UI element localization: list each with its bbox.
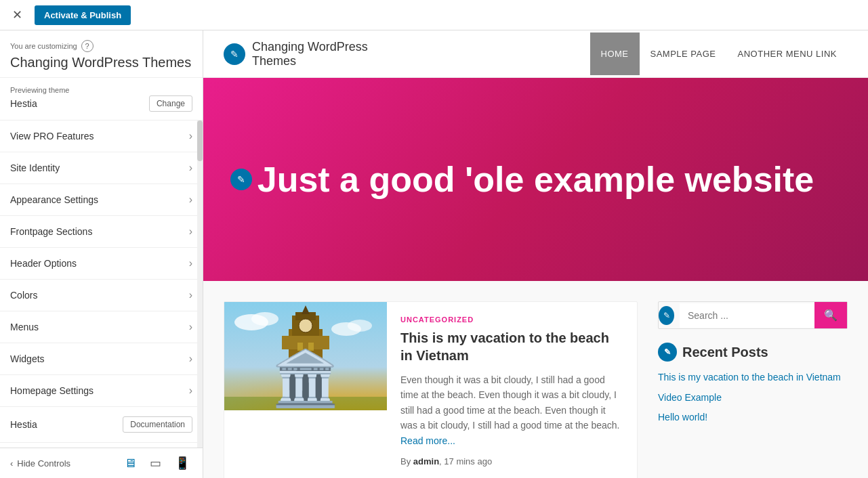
edit-logo-icon[interactable]: ✎ [224,43,245,65]
hero-edit-icon[interactable]: ✎ [230,169,252,190]
chevron-left-icon: ‹ [10,458,13,469]
hero-title: Just a good 'ole example website [257,159,814,200]
nav-menu: HOME SAMPLE PAGE ANOTHER MENU LINK [590,32,848,75]
svg-rect-9 [297,356,303,364]
site-name: Changing WordPress Themes [252,40,368,68]
menu-item-homepage-settings[interactable]: Homepage Settings› [0,375,203,407]
nav-sample-page[interactable]: SAMPLE PAGE [640,32,727,75]
menu-items-container: View PRO Features›Site Identity›Appearan… [0,121,203,407]
post-image [224,302,387,410]
svg-rect-8 [308,343,314,351]
recent-posts-title: Recent Posts [682,345,768,360]
post-card-inner: UNCATEGORIZED This is my vacation to the… [224,302,637,478]
post-excerpt: Even though it was a bit cloudy, I still… [400,372,623,448]
bottom-bar: ‹ Hide Controls 🖥 ▭ 📱 [0,448,203,478]
main-layout: You are customizing ? Changing WordPress… [0,30,868,478]
theme-name: Hestia [10,98,37,109]
hide-controls-label: Hide Controls [17,458,70,469]
desktop-icon[interactable]: 🖥 [121,453,139,473]
post-title: This is my vacation to the beach in Viet… [400,329,623,364]
close-button[interactable]: ✕ [7,5,28,25]
menu-item-menus[interactable]: Menus› [0,311,203,343]
recent-posts-list: This is my vacation to the beach in Viet… [658,371,848,425]
documentation-button[interactable]: Documentation [123,416,192,433]
site-name-block: Changing WordPress Themes [252,40,368,68]
post-meta: By admin, 17 mins ago [400,456,623,466]
search-button[interactable]: 🔍 [814,302,847,328]
search-input[interactable] [680,303,814,328]
svg-point-5 [299,319,312,332]
help-icon[interactable]: ? [81,40,94,52]
main-content: UNCATEGORIZED This is my vacation to the… [224,301,638,478]
search-widget: ✎ 🔍 [658,301,848,329]
sidebar-menu: View PRO Features›Site Identity›Appearan… [0,121,203,448]
scroll-thumb[interactable] [197,121,203,161]
theme-row: Hestia Change [10,95,192,112]
svg-rect-7 [297,343,303,351]
widget-sidebar: ✎ 🔍 ✎ Recent Posts This is my vacation t… [658,301,848,478]
hide-controls-button[interactable]: ‹ Hide Controls [10,458,70,469]
recent-post-link[interactable]: Video Example [658,391,848,405]
post-category: UNCATEGORIZED [400,316,623,324]
svg-rect-15 [224,397,387,410]
recent-post-link[interactable]: Hello world! [658,411,848,425]
svg-rect-2 [282,336,329,349]
recent-posts-widget: ✎ Recent Posts This is my vacation to th… [658,343,848,425]
publish-button[interactable]: Activate & Publish [35,5,131,25]
search-form: ✎ 🔍 [658,301,848,329]
menu-item-colors[interactable]: Colors› [0,280,203,311]
sidebar-scroll-area: View PRO Features›Site Identity›Appearan… [0,121,203,448]
scroll-track [197,121,203,448]
theme-section: Previewing theme Hestia Change [0,78,203,121]
svg-point-14 [348,320,372,332]
recent-post-link[interactable]: This is my vacation to the beach in Viet… [658,371,848,385]
recent-posts-header: ✎ Recent Posts [658,343,848,362]
search-edit-icon[interactable]: ✎ [659,306,674,325]
menu-item-header-options[interactable]: Header Options› [0,248,203,280]
tablet-icon[interactable]: ▭ [147,453,164,473]
content-area: UNCATEGORIZED This is my vacation to the… [203,281,868,478]
post-content: UNCATEGORIZED This is my vacation to the… [387,302,637,478]
top-bar: ✕ Activate & Publish [0,0,868,30]
site-preview: ✎ Changing WordPress Themes HOME SAMPLE … [203,30,868,478]
menu-item-frontpage-sections[interactable]: Frontpage Sections› [0,216,203,248]
read-more-link[interactable]: Read more... [400,435,455,446]
customizing-label: You are customizing ? [10,40,192,52]
hestia-branding-row: Hestia Documentation [0,407,203,443]
site-header: ✎ Changing WordPress Themes HOME SAMPLE … [203,30,868,78]
nav-home[interactable]: HOME [590,32,640,75]
post-card: UNCATEGORIZED This is my vacation to the… [224,301,638,478]
recent-edit-icon[interactable]: ✎ [658,343,677,362]
svg-rect-10 [308,356,314,364]
svg-point-12 [251,312,278,326]
post-author: admin [413,456,439,466]
menu-item-view-pro-features[interactable]: View PRO Features› [0,121,203,152]
additional-css-item[interactable]: Additional CSS › [0,443,203,448]
menu-item-appearance-settings[interactable]: Appearance Settings› [0,184,203,216]
post-time: 17 mins ago [444,456,492,466]
menu-item-widgets[interactable]: Widgets› [0,343,203,375]
previewing-label: Previewing theme [10,86,192,94]
site-name-line1: Changing WordPress [252,40,368,53]
site-name-line2: Themes [252,54,296,68]
mobile-icon[interactable]: 📱 [172,453,192,473]
device-icons-group: 🖥 ▭ 📱 [121,453,192,473]
site-logo-area: ✎ Changing WordPress Themes [224,40,368,68]
customizer-sidebar: You are customizing ? Changing WordPress… [0,30,203,478]
menu-item-site-identity[interactable]: Site Identity› [0,152,203,184]
nav-another-link[interactable]: ANOTHER MENU LINK [727,32,848,75]
hero-section: ✎ Just a good 'ole example website [203,78,868,281]
change-theme-button[interactable]: Change [149,95,192,112]
sidebar-header: You are customizing ? Changing WordPress… [0,30,203,78]
sidebar-site-title: Changing WordPress Themes [10,55,192,70]
hestia-label: Hestia [10,419,37,430]
customizing-text: You are customizing [10,42,77,50]
